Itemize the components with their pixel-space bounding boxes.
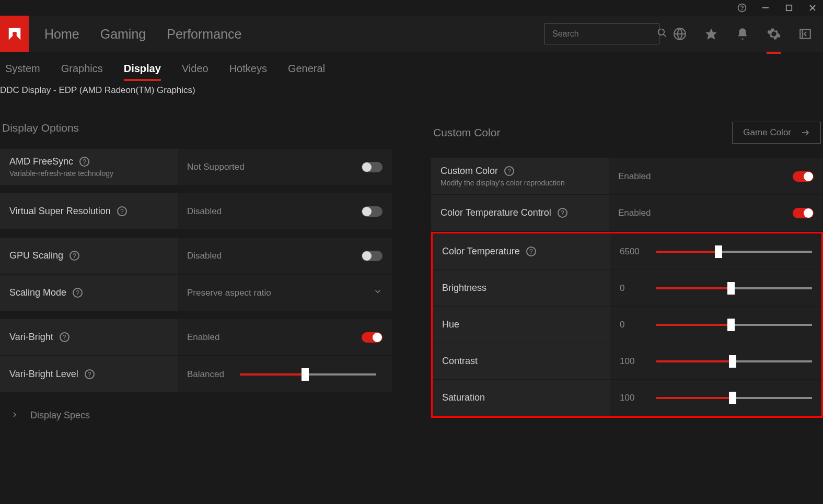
scaling-mode-value: Preserve aspect ratio: [187, 288, 271, 298]
help-icon[interactable]: ?: [60, 332, 69, 342]
help-icon[interactable]: ?: [69, 251, 79, 261]
display-name-label: DDC Display - EDP (AMD Radeon(TM) Graphi…: [0, 81, 823, 96]
hue-row: Hue 0: [433, 307, 821, 343]
settings-icon[interactable]: [767, 27, 781, 41]
content: Display Options AMD FreeSync? Variable-r…: [0, 96, 823, 430]
color-temp-control-toggle[interactable]: [793, 208, 814, 218]
maximize-icon[interactable]: [784, 3, 794, 13]
display-specs-label: Display Specs: [30, 410, 90, 421]
close-icon[interactable]: [807, 3, 818, 13]
game-color-label: Game Color: [743, 127, 791, 138]
custom-color-desc: Modify the display's color reproduction: [441, 179, 599, 187]
header: Home Gaming Performance: [0, 16, 823, 52]
arrow-right-icon: [801, 128, 810, 137]
vsr-label: Virtual Super Resolution: [9, 206, 111, 217]
star-icon[interactable]: [704, 27, 718, 41]
help-icon[interactable]: ?: [85, 369, 95, 379]
saturation-row: Saturation 100: [433, 380, 821, 416]
tab-system[interactable]: System: [5, 63, 40, 75]
freesync-row: AMD FreeSync? Variable-refresh-rate tech…: [0, 149, 392, 185]
help-icon[interactable]: ?: [558, 208, 567, 218]
varibright-level-value: Balanced: [187, 369, 224, 380]
saturation-slider[interactable]: [656, 397, 812, 399]
tab-hotkeys[interactable]: Hotkeys: [229, 63, 267, 75]
gpu-scaling-row: GPU Scaling? Disabled: [0, 238, 392, 274]
web-icon[interactable]: [673, 27, 687, 41]
svg-line-7: [664, 34, 666, 37]
search-icon[interactable]: [657, 28, 667, 40]
varibright-level-label: Vari-Bright Level: [9, 369, 78, 380]
collapse-icon[interactable]: [798, 27, 813, 41]
freesync-label: AMD FreeSync: [9, 156, 73, 167]
custom-color-value: Enabled: [618, 171, 651, 182]
custom-color-toggle[interactable]: [793, 171, 814, 182]
hue-slider[interactable]: [656, 324, 812, 326]
vsr-toggle[interactable]: [362, 206, 382, 217]
gpu-scaling-value: Disabled: [187, 251, 222, 261]
chevron-down-icon: [373, 287, 382, 299]
color-temp-value: 6500: [620, 247, 646, 257]
color-temp-control-value: Enabled: [618, 208, 651, 218]
tab-graphics[interactable]: Graphics: [61, 63, 103, 75]
right-column: Custom Color Game Color Custom Color? Mo…: [431, 122, 823, 430]
varibright-level-row: Vari-Bright Level? Balanced: [0, 356, 392, 392]
brightness-label: Brightness: [442, 283, 486, 294]
minimize-icon[interactable]: [760, 3, 771, 13]
scaling-mode-label: Scaling Mode: [9, 287, 66, 298]
tab-general[interactable]: General: [288, 63, 325, 75]
contrast-slider[interactable]: [656, 360, 812, 362]
highlighted-sliders: Color Temperature? 6500 Brightness: [431, 232, 823, 418]
brightness-value: 0: [620, 283, 646, 294]
svg-rect-3: [786, 5, 792, 11]
hue-value: 0: [620, 320, 646, 330]
svg-point-1: [742, 9, 743, 10]
help-icon[interactable]: ?: [73, 288, 83, 298]
brightness-row: Brightness 0: [433, 270, 821, 306]
vsr-value: Disabled: [187, 206, 222, 217]
tab-display[interactable]: Display: [124, 63, 161, 75]
color-temp-slider[interactable]: [656, 251, 812, 253]
freesync-toggle[interactable]: [362, 162, 382, 172]
game-color-button[interactable]: Game Color: [732, 122, 821, 144]
scaling-mode-row: Scaling Mode? Preserve aspect ratio: [0, 275, 392, 311]
help-icon[interactable]: ?: [526, 247, 536, 256]
varibright-toggle[interactable]: [362, 332, 382, 343]
nav-home[interactable]: Home: [44, 27, 79, 42]
custom-color-label: Custom Color: [441, 166, 498, 177]
amd-logo[interactable]: [0, 16, 29, 52]
color-temp-control-label: Color Temperature Control: [441, 207, 551, 218]
help-icon[interactable]: ?: [79, 157, 89, 167]
search-input[interactable]: [552, 29, 657, 39]
bell-icon[interactable]: [735, 27, 750, 41]
gpu-scaling-toggle[interactable]: [362, 251, 382, 261]
nav-performance[interactable]: Performance: [167, 27, 241, 42]
help-icon[interactable]: ?: [117, 206, 127, 216]
contrast-label: Contrast: [442, 356, 478, 367]
nav-gaming[interactable]: Gaming: [100, 27, 146, 42]
saturation-label: Saturation: [442, 392, 485, 403]
brightness-slider[interactable]: [656, 287, 812, 289]
contrast-value: 100: [620, 356, 646, 367]
contrast-row: Contrast 100: [433, 343, 821, 379]
color-temp-row: Color Temperature? 6500: [433, 233, 821, 269]
help-icon[interactable]: ?: [504, 166, 514, 176]
varibright-row: Vari-Bright? Enabled: [0, 319, 392, 355]
color-temp-label: Color Temperature: [442, 246, 520, 257]
color-temp-control-row: Color Temperature Control? Enabled: [431, 195, 823, 231]
saturation-value: 100: [620, 393, 646, 403]
svg-rect-10: [800, 29, 810, 38]
hue-label: Hue: [442, 319, 459, 330]
left-column: Display Options AMD FreeSync? Variable-r…: [0, 122, 392, 430]
vsr-row: Virtual Super Resolution? Disabled: [0, 193, 392, 229]
search-box[interactable]: [544, 24, 659, 44]
help-icon[interactable]: [737, 3, 747, 13]
varibright-level-slider[interactable]: [240, 373, 376, 376]
scaling-mode-dropdown[interactable]: Preserve aspect ratio: [178, 275, 392, 311]
varibright-label: Vari-Bright: [9, 332, 53, 343]
tab-video[interactable]: Video: [182, 63, 208, 75]
varibright-value: Enabled: [187, 332, 219, 343]
custom-color-title: Custom Color: [433, 126, 500, 139]
titlebar: [0, 0, 823, 16]
subnav: System Graphics Display Video Hotkeys Ge…: [0, 52, 823, 81]
display-specs-row[interactable]: Display Specs: [0, 401, 392, 430]
